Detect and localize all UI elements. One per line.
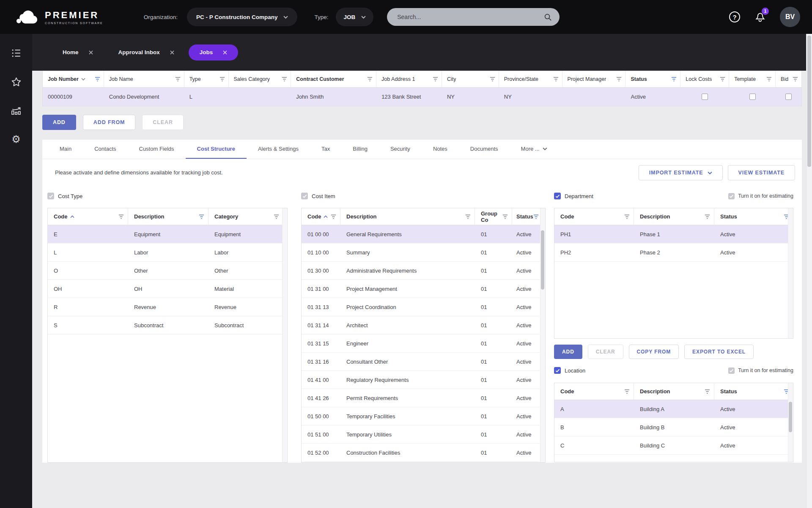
filter-icon[interactable]: [274, 214, 279, 219]
tab-notes[interactable]: Notes: [422, 140, 459, 159]
cost-item-row[interactable]: 01 31 15 Engineer 01 Active: [302, 334, 545, 353]
jobs-col-city[interactable]: City: [442, 71, 499, 87]
col-description[interactable]: Description: [128, 208, 208, 225]
filter-icon[interactable]: [705, 214, 710, 219]
filter-icon[interactable]: [624, 214, 630, 219]
col-description[interactable]: Description: [634, 383, 714, 400]
col-code[interactable]: Code: [554, 383, 634, 400]
tab-security[interactable]: Security: [379, 140, 422, 159]
filter-icon[interactable]: [465, 214, 471, 219]
department-checkbox[interactable]: [554, 193, 561, 199]
tab-more[interactable]: More ...: [510, 140, 559, 159]
department-export-excel-button[interactable]: EXPORT TO EXCEL: [684, 345, 754, 359]
location-row[interactable]: B Building B Active: [554, 418, 793, 436]
cost-type-row[interactable]: L Labor Labor: [48, 243, 287, 262]
page-scrollbar-thumb[interactable]: [807, 36, 811, 167]
tab-cost-structure[interactable]: Cost Structure: [186, 140, 247, 159]
list-menu-icon[interactable]: [11, 47, 22, 58]
cost-item-row[interactable]: 01 41 00 Regulatory Requirements 01 Acti…: [302, 371, 545, 389]
filter-icon[interactable]: [433, 77, 438, 82]
jobs-row[interactable]: 00000109 Condo Development L John Smith …: [43, 88, 801, 106]
cost-type-row[interactable]: R Revenue Revenue: [48, 298, 287, 316]
jobs-col-lock-costs[interactable]: Lock Costs: [680, 71, 729, 87]
workspace-tab-jobs[interactable]: Jobs: [189, 44, 239, 61]
close-icon[interactable]: [170, 50, 174, 55]
search-icon[interactable]: [544, 13, 552, 21]
workspace-tab-approval-inbox[interactable]: Approval Inbox: [107, 44, 185, 61]
view-estimate-button[interactable]: VIEW ESTIMATE: [728, 165, 795, 180]
filter-icon[interactable]: [219, 77, 225, 82]
cost-item-row[interactable]: 01 00 00 General Requirements 01 Active: [302, 225, 545, 243]
department-add-button[interactable]: ADD: [554, 345, 582, 359]
cost-item-row[interactable]: 01 30 00 Administrative Requirements 01 …: [302, 262, 545, 280]
filter-icon[interactable]: [616, 77, 622, 82]
cost-type-row[interactable]: O Other Other: [48, 262, 287, 280]
workspace-tab-home[interactable]: Home: [52, 44, 104, 61]
col-group-co[interactable]: Group Co: [475, 208, 512, 225]
cost-item-row[interactable]: 01 31 00 Project Management 01 Active: [302, 280, 545, 298]
jobs-col-job-address-1[interactable]: Job Address 1: [376, 71, 442, 87]
cost-item-row[interactable]: 01 10 00 Summary 01 Active: [302, 243, 545, 262]
filter-icon[interactable]: [331, 214, 336, 219]
department-row[interactable]: PH1 Phase 1 Active: [554, 225, 793, 243]
organization-dropdown[interactable]: PC - P Construction Company: [187, 8, 298, 26]
close-icon[interactable]: [223, 50, 227, 55]
tab-documents[interactable]: Documents: [459, 140, 510, 159]
col-status[interactable]: Status: [714, 208, 793, 225]
jobs-col-project-manager[interactable]: Project Manager: [562, 71, 626, 87]
import-estimate-button[interactable]: IMPORT ESTIMATE: [639, 165, 723, 180]
jobs-col-bid[interactable]: Bid: [776, 71, 801, 87]
filter-icon[interactable]: [793, 77, 798, 82]
location-row[interactable]: C Building C Active: [554, 436, 793, 455]
filter-icon[interactable]: [533, 214, 539, 219]
filter-icon[interactable]: [175, 77, 181, 82]
tab-billing[interactable]: Billing: [341, 140, 379, 159]
department-copy-from-button[interactable]: COPY FROM: [629, 345, 679, 359]
filter-icon[interactable]: [705, 389, 710, 394]
filter-icon[interactable]: [720, 77, 725, 82]
scrollbar-track[interactable]: [540, 208, 545, 462]
col-code[interactable]: Code: [554, 208, 634, 225]
lock-costs-checkbox[interactable]: [702, 94, 708, 100]
estimating-checkbox[interactable]: [728, 193, 735, 199]
type-dropdown[interactable]: JOB: [336, 8, 373, 26]
close-icon[interactable]: [89, 50, 93, 55]
filter-icon[interactable]: [502, 214, 508, 219]
col-code[interactable]: Code: [302, 208, 340, 225]
filter-icon[interactable]: [553, 77, 559, 82]
jobs-col-contract-customer[interactable]: Contract Customer: [291, 71, 376, 87]
add-from-button[interactable]: ADD FROM: [83, 115, 136, 130]
col-description[interactable]: Description: [634, 208, 714, 225]
cost-item-checkbox[interactable]: [301, 193, 308, 199]
page-scrollbar[interactable]: [806, 34, 812, 508]
tab-alerts-settings[interactable]: Alerts & Settings: [247, 140, 310, 159]
favorites-star-icon[interactable]: [11, 76, 22, 87]
jobs-col-job-name[interactable]: Job Name: [104, 71, 184, 87]
department-clear-button[interactable]: CLEAR: [588, 345, 623, 359]
location-estimating-toggle[interactable]: Turn it on for estimating: [728, 367, 793, 374]
jobs-col-template[interactable]: Template: [729, 71, 776, 87]
scrollbar-track[interactable]: [788, 383, 793, 462]
cost-item-row[interactable]: 01 52 00 Construction Facilities 01 Acti…: [302, 444, 545, 462]
filter-icon[interactable]: [95, 77, 100, 82]
jobs-col-sales-category[interactable]: Sales Category: [229, 71, 291, 87]
scrollbar-track[interactable]: [282, 208, 287, 462]
jobs-col-status[interactable]: Status: [625, 71, 680, 87]
cost-type-row[interactable]: S Subcontract Subcontract: [48, 316, 287, 334]
filter-icon[interactable]: [766, 77, 772, 82]
col-status[interactable]: Status: [714, 383, 793, 400]
scrollbar-thumb[interactable]: [789, 402, 792, 432]
location-checkbox[interactable]: [554, 367, 561, 374]
department-row[interactable]: PH2 Phase 2 Active: [554, 243, 793, 262]
settings-gear-icon[interactable]: ⚙: [11, 134, 22, 145]
template-checkbox[interactable]: [749, 94, 756, 100]
filter-icon[interactable]: [490, 77, 495, 82]
tab-main[interactable]: Main: [48, 140, 83, 159]
filter-icon[interactable]: [118, 214, 124, 219]
tab-tax[interactable]: Tax: [310, 140, 341, 159]
scrollbar-thumb[interactable]: [541, 230, 544, 290]
scrollbar-track[interactable]: [788, 208, 793, 338]
clear-button[interactable]: CLEAR: [142, 115, 184, 130]
col-description[interactable]: Description: [340, 208, 475, 225]
cost-item-row[interactable]: 01 31 16 Consultant Other 01 Active: [302, 353, 545, 371]
